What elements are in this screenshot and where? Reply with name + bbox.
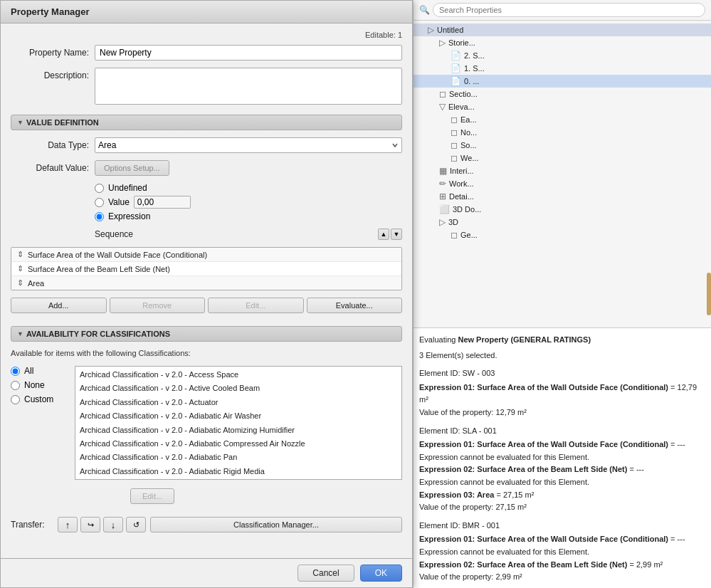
tree-item-workbook[interactable]: ✏ Work... bbox=[414, 177, 711, 190]
tree-item-label: Ea... bbox=[460, 115, 477, 124]
list-item: Archicad Classification - v 2.0 - Actuat… bbox=[77, 396, 400, 409]
data-type-select[interactable]: Area bbox=[95, 137, 402, 153]
dialog-footer: Cancel OK bbox=[1, 558, 412, 587]
editable-indicator: Editable: 1 bbox=[11, 31, 402, 39]
tree-item-west[interactable]: ◻ We... bbox=[414, 152, 711, 164]
tree-item-general[interactable]: ◻ Ge... bbox=[414, 229, 711, 241]
ok-button[interactable]: OK bbox=[360, 565, 402, 582]
classification-manager-button[interactable]: Classification Manager... bbox=[150, 517, 402, 532]
transfer-inner: Transfer: ↑ ↪ ↓ ↺ Classification Manager… bbox=[11, 517, 402, 532]
transfer-undo-button[interactable]: ↺ bbox=[126, 517, 146, 532]
property-name-label: Property Name: bbox=[11, 45, 89, 58]
element-id: Element ID: SLA - 001 bbox=[419, 425, 705, 438]
seq-down-button[interactable]: ▼ bbox=[391, 229, 402, 240]
tree-item-story0[interactable]: 📄 0. ... bbox=[414, 75, 711, 88]
tree-item-3ddoc[interactable]: ⬜ 3D Do... bbox=[414, 203, 711, 216]
sequence-row: Sequence ▲ ▼ bbox=[95, 229, 402, 240]
expression-action-buttons: Add... Remove Edit... Evaluate... bbox=[11, 298, 402, 313]
availability-header[interactable]: ▼ AVAILABILITY FOR CLASSIFICATIONS bbox=[11, 326, 402, 342]
none-radio-row: None bbox=[11, 380, 68, 390]
tree-item-detail[interactable]: ⊞ Detai... bbox=[414, 190, 711, 203]
tree-item-stories[interactable]: ▷ Storie... bbox=[414, 36, 711, 49]
eval-line: Expression 01: Surface Area of the Wall … bbox=[419, 533, 705, 546]
transfer-down-button[interactable]: ↓ bbox=[103, 517, 123, 532]
list-item: Archicad Classification - v 2.0 - Adiaba… bbox=[77, 478, 400, 480]
folder-icon: ▷ bbox=[428, 25, 434, 35]
classification-list[interactable]: Archicad Classification - v 2.0 - Access… bbox=[75, 366, 402, 480]
cancel-button[interactable]: Cancel bbox=[297, 565, 354, 582]
tree-item-label: Detai... bbox=[449, 192, 474, 201]
tree-item-label: So... bbox=[460, 141, 477, 149]
all-radio-row: All bbox=[11, 366, 68, 376]
tree-header: 🔍 bbox=[414, 0, 711, 21]
property-name-row: Property Name: bbox=[11, 45, 402, 61]
undefined-radio[interactable] bbox=[95, 184, 104, 193]
tree-item-interior[interactable]: ▦ Interi... bbox=[414, 164, 711, 177]
remove-button[interactable]: Remove bbox=[110, 298, 206, 313]
tree-item-east[interactable]: ◻ Ea... bbox=[414, 113, 711, 126]
evaluation-panel: Evaluating New Property (GENERAL RATINGS… bbox=[413, 327, 711, 588]
value-radio[interactable] bbox=[95, 198, 104, 207]
eval-line: Expression 03: Area = 27,15 m² bbox=[419, 489, 705, 502]
expression-radio[interactable] bbox=[95, 212, 104, 221]
value-definition-header[interactable]: ▼ VALUE DEFINITION bbox=[11, 115, 402, 130]
transfer-buttons: ↑ ↪ ↓ ↺ bbox=[58, 517, 146, 532]
eval-line: Expression 01: Surface Area of the Wall … bbox=[419, 439, 705, 451]
work-icon: ✏ bbox=[439, 179, 446, 189]
evaluate-button[interactable]: Evaluate... bbox=[307, 298, 403, 313]
eval-element-sla001: Element ID: SLA - 001 Expression 01: Sur… bbox=[419, 425, 705, 514]
add-button[interactable]: Add... bbox=[11, 298, 107, 313]
search-input[interactable] bbox=[433, 3, 705, 17]
tree-item-label: Storie... bbox=[448, 38, 475, 47]
availability-content: All None Custom Archicad Classification … bbox=[11, 366, 402, 480]
list-item[interactable]: ⇕ Surface Area of the Beam Left Side (Ne… bbox=[11, 262, 401, 276]
tree-item-untitled[interactable]: ▷ Untitled bbox=[414, 23, 711, 36]
custom-radio[interactable] bbox=[11, 395, 20, 404]
all-radio[interactable] bbox=[11, 367, 20, 376]
tree-item-label: We... bbox=[460, 154, 478, 162]
list-item[interactable]: ⇕ Surface Area of the Wall Outside Face … bbox=[11, 248, 401, 262]
tree-item-north[interactable]: ◻ No... bbox=[414, 126, 711, 139]
transfer-curve-button[interactable]: ↪ bbox=[80, 517, 100, 532]
search-icon: 🔍 bbox=[419, 5, 430, 15]
eval-line: Expression cannot be evaluated for this … bbox=[419, 546, 705, 559]
folder-icon: ▷ bbox=[439, 38, 446, 48]
list-item: Archicad Classification - v 2.0 - Adiaba… bbox=[77, 424, 400, 437]
list-item: Archicad Classification - v 2.0 - Access… bbox=[77, 368, 400, 382]
expr-arrow-icon: ⇕ bbox=[17, 264, 23, 273]
tree-item-label: Interi... bbox=[450, 167, 474, 175]
eval-line: Expression 02: Surface Area of the Beam … bbox=[419, 463, 705, 476]
triangle-icon: ▼ bbox=[17, 119, 23, 126]
list-item[interactable]: ⇕ Area bbox=[11, 276, 401, 290]
edit-availability-button[interactable]: Edit... bbox=[130, 488, 174, 504]
seq-up-button[interactable]: ▲ bbox=[378, 229, 389, 240]
default-value-row: Default Value: Options Setup... bbox=[11, 160, 402, 176]
edit-expr-button[interactable]: Edit... bbox=[208, 298, 304, 313]
value-number-input[interactable] bbox=[134, 196, 191, 209]
eval-title: Evaluating New Property (GENERAL RATINGS… bbox=[419, 334, 705, 347]
description-label: Description: bbox=[11, 68, 89, 80]
element-id: Element ID: BMR - 001 bbox=[419, 520, 705, 532]
dialog-title: Property Manager bbox=[1, 1, 412, 23]
transfer-up-button[interactable]: ↑ bbox=[58, 517, 78, 532]
page-icon: ◻ bbox=[451, 230, 458, 240]
tree-item-story1[interactable]: 📄 1. S... bbox=[414, 62, 711, 75]
description-input[interactable] bbox=[95, 68, 402, 105]
tree-item-story2[interactable]: 📄 2. S... bbox=[414, 49, 711, 62]
tree-item-elevation[interactable]: ▽ Eleva... bbox=[414, 100, 711, 113]
page-icon: ◻ bbox=[451, 153, 458, 163]
property-name-input[interactable] bbox=[95, 45, 402, 61]
detail-icon: ⊞ bbox=[439, 191, 446, 201]
tree-item-section[interactable]: ◻ Sectio... bbox=[414, 88, 711, 100]
page-icon: ◻ bbox=[451, 140, 458, 150]
list-item: Archicad Classification - v 2.0 - Adiaba… bbox=[77, 437, 400, 451]
tree-item-label: 3D bbox=[448, 218, 458, 226]
tree-item-label: No... bbox=[460, 128, 477, 137]
undefined-radio-row: Undefined bbox=[95, 183, 402, 193]
eval-selected-count: 3 Element(s) selected. bbox=[419, 350, 705, 362]
options-setup-button[interactable]: Options Setup... bbox=[95, 160, 169, 176]
eval-property-name: New Property (GENERAL RATINGS) bbox=[458, 335, 591, 344]
tree-item-3d[interactable]: ▷ 3D bbox=[414, 216, 711, 229]
none-radio[interactable] bbox=[11, 381, 20, 390]
tree-item-south[interactable]: ◻ So... bbox=[414, 139, 711, 152]
